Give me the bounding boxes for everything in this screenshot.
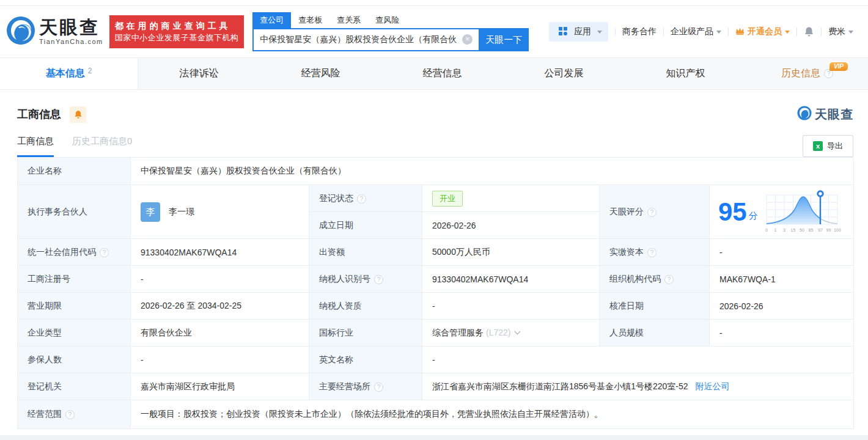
industry-value[interactable]: 综合管理服务(L722): [422, 320, 600, 346]
help-icon[interactable]: ?: [357, 194, 366, 204]
export-button[interactable]: x 导出: [803, 135, 853, 157]
watermark-label: 天眼查: [815, 106, 853, 123]
tianyancha-watermark: 天眼查: [797, 106, 853, 123]
industry-label: 国标行业: [309, 320, 422, 346]
logo-title: 天眼查: [39, 18, 103, 37]
tianyancha-swirl-icon: [6, 16, 35, 48]
search-tab-risk[interactable]: 查风险: [368, 12, 406, 28]
tax-id-label: 纳税人识别号?: [309, 266, 422, 293]
paid-capital-label: 实缴资本?: [600, 239, 710, 266]
tab-intellectual-property[interactable]: 知识产权: [625, 58, 746, 89]
help-icon[interactable]: ?: [647, 208, 657, 217]
svg-text:15: 15: [790, 228, 795, 232]
help-icon[interactable]: ?: [65, 410, 75, 419]
slogan-banner: 都在用的商业查询工具 国家中小企业发展子基金旗下机构: [109, 15, 245, 48]
business-scope-value: 一般项目：股权投资；创业投资（限投资未上市企业）（除依法须经批准的项目外，凭营业…: [131, 400, 854, 429]
address-label: 主要经营场所?: [309, 373, 422, 400]
uscc-label: 统一社会信用代码?: [18, 239, 131, 266]
tab-basic-count: 2: [88, 67, 92, 75]
industry-code: (L722): [486, 328, 510, 337]
est-date-label: 成立日期: [309, 212, 422, 239]
exec-partner-name[interactable]: 李一璟: [169, 207, 194, 216]
business-term-label: 营业期限: [18, 293, 131, 320]
tab-legal[interactable]: 法律诉讼: [138, 58, 260, 89]
chevron-down-icon: [515, 328, 521, 334]
nav-cooperation[interactable]: 商务合作: [622, 26, 657, 37]
company-name-label: 企业名称: [18, 158, 131, 185]
nav-enterprise[interactable]: 企业级产品: [671, 26, 721, 37]
reg-number-label: 工商注册号: [18, 266, 131, 293]
company-type-value: 有限合伙企业: [131, 320, 309, 346]
est-date-value: 2026-02-26: [422, 212, 600, 239]
score-unit: 分: [749, 210, 758, 222]
reg-status-label: 登记状态?: [309, 185, 422, 212]
tab-operating-risk[interactable]: 经营风险: [260, 58, 381, 89]
address-value: 浙江省嘉兴市南湖区东栅街道南江路1856号基金小镇1号楼220室-52附近公司: [422, 373, 854, 400]
user-menu[interactable]: 费米: [828, 26, 853, 37]
subtab-history-business-info[interactable]: 历史工商信息0: [72, 136, 132, 157]
search-button[interactable]: 天眼一下: [479, 28, 529, 51]
vip-badge: VIP: [829, 62, 848, 71]
svg-text:50: 50: [800, 228, 804, 232]
registration-authority-label: 登记机关: [18, 373, 131, 400]
status-badge: 开业: [432, 191, 463, 207]
tianyancha-page: 天眼查 TianYanCha.com 都在用的商业查询工具 国家中小企业发展子基…: [0, 0, 868, 435]
company-type-label: 企业类型: [18, 320, 131, 346]
subtab-business-info[interactable]: 工商信息: [17, 136, 54, 157]
taxpayer-quality-label: 纳税人资质: [309, 293, 422, 320]
apps-grid-icon: [559, 27, 567, 37]
tianyancha-logo[interactable]: 天眼查 TianYanCha.com: [6, 16, 103, 48]
business-term-value: 2026-02-26 至 2034-02-25: [131, 293, 309, 320]
tab-company-development[interactable]: 公司发展: [503, 58, 625, 89]
taxpayer-quality-value: -: [422, 293, 600, 320]
help-icon[interactable]: ?: [664, 275, 674, 284]
score-value: 95: [718, 199, 747, 225]
approval-date-value: 2026-02-26: [710, 293, 854, 320]
top-divider: [0, 0, 868, 6]
insured-count-label: 参保人数: [18, 346, 131, 373]
subtab-row: 工商信息 历史工商信息0 x 导出: [0, 123, 868, 157]
table-row: 统一社会信用代码? 91330402MAK67WQA14 出资额 50000万人…: [18, 239, 854, 266]
help-icon[interactable]: ?: [374, 383, 383, 392]
apps-label: 应用: [574, 26, 591, 37]
nearby-companies-link[interactable]: 附近公司: [696, 381, 730, 391]
paid-capital-value: -: [710, 239, 854, 266]
search-tab-relation[interactable]: 查关系: [329, 12, 368, 28]
search-tabs: 查公司 查老板 查关系 查风险: [252, 12, 529, 28]
table-row: 登记机关 嘉兴市南湖区行政审批局 主要经营场所? 浙江省嘉兴市南湖区东栅街道南江…: [18, 373, 854, 400]
chevron-down-icon: [785, 31, 790, 34]
svg-text:1: 1: [774, 228, 776, 232]
english-name-label: 英文名称: [309, 346, 422, 373]
svg-text:99: 99: [826, 228, 831, 232]
header-nav: 应用 商务合作 企业级产品 开通会员: [549, 22, 853, 42]
nav-open-vip[interactable]: 开通会员: [735, 26, 790, 37]
table-row: 经营范围? 一般项目：股权投资；创业投资（限投资未上市企业）（除依法须经批准的项…: [18, 400, 854, 429]
help-icon[interactable]: ?: [100, 248, 109, 257]
tab-basic-info[interactable]: 基本信息 2: [0, 58, 138, 89]
business-scope-label: 经营范围?: [18, 400, 131, 429]
svg-text:100: 100: [834, 228, 841, 232]
apps-menu[interactable]: 应用: [549, 22, 608, 42]
exec-partner-label: 执行事务合伙人: [18, 185, 131, 239]
org-code-label: 组织机构代码?: [600, 266, 710, 293]
notification-bell-icon[interactable]: [804, 26, 814, 37]
search-input[interactable]: [252, 28, 479, 51]
search-tab-boss[interactable]: 查老板: [291, 12, 329, 28]
exec-partner-cell: 李 李一璟: [131, 185, 309, 239]
help-icon[interactable]: ?: [647, 248, 657, 257]
tab-history-info[interactable]: VIP 历史信息 ?: [746, 58, 868, 89]
table-row: 参保人数 - 英文名称 -: [18, 346, 854, 373]
tab-operating-info[interactable]: 经营信息: [381, 58, 503, 89]
monitor-bell-icon[interactable]: [70, 106, 86, 123]
help-icon[interactable]: ?: [374, 275, 383, 284]
chevron-down-icon: [716, 31, 721, 34]
score-cell: 95 分: [710, 185, 854, 239]
svg-text:85: 85: [808, 228, 813, 232]
org-code-value: MAK67WQA-1: [710, 266, 854, 293]
insured-count-value: -: [131, 346, 309, 373]
staff-size-value: -: [710, 320, 854, 346]
capital-value: 50000万人民币: [422, 239, 600, 266]
avatar[interactable]: 李: [141, 202, 160, 222]
tianyancha-swirl-icon: [797, 106, 812, 123]
search-tab-company[interactable]: 查公司: [252, 12, 291, 28]
